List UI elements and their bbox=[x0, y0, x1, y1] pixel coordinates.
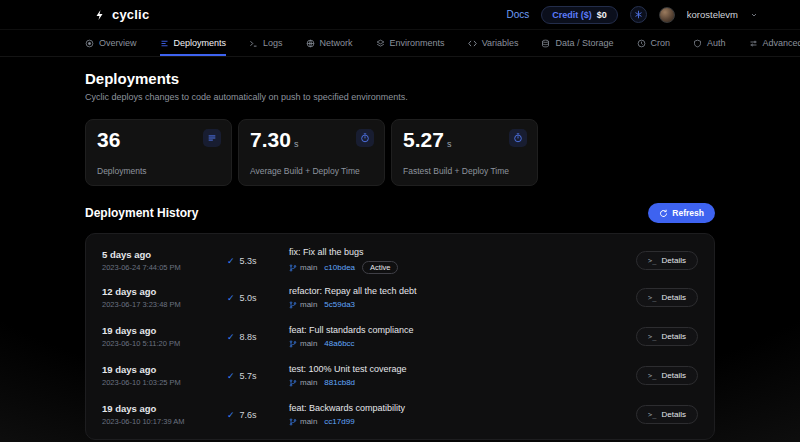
credit-value: $0 bbox=[597, 10, 607, 20]
commit-message: feat: Backwards compatibility bbox=[289, 403, 636, 413]
top-header: cyclic Docs Credit ($) $0 korostelevm bbox=[0, 0, 800, 30]
terminal-icon: >_ bbox=[648, 294, 656, 302]
details-button[interactable]: >_ Details bbox=[636, 251, 698, 270]
git-branch-icon bbox=[289, 340, 297, 348]
main-nav: Overview Deployments Logs Network Enviro… bbox=[0, 30, 800, 57]
nav-item-variables[interactable]: Variables bbox=[468, 30, 519, 56]
deploy-timestamp: 2023-06-17 3:23:48 PM bbox=[102, 300, 227, 309]
deployments-icon bbox=[160, 39, 169, 48]
stat-card-average-time: 7.30s Average Build + Deploy Time bbox=[238, 119, 385, 186]
branch-label: main bbox=[289, 417, 317, 426]
deploy-timestamp: 2023-06-10 10:17:39 AM bbox=[102, 417, 227, 426]
nav-item-overview[interactable]: Overview bbox=[85, 30, 137, 56]
commit-hash-link[interactable]: 881cb8d bbox=[324, 378, 355, 387]
docs-link[interactable]: Docs bbox=[506, 9, 529, 20]
deploy-duration: 5.0s bbox=[240, 293, 257, 303]
commit-message: fix: Fix all the bugs bbox=[289, 247, 636, 257]
details-button[interactable]: >_ Details bbox=[636, 366, 698, 385]
commit-hash-link[interactable]: 48a6bcc bbox=[324, 339, 354, 348]
stat-label: Average Build + Deploy Time bbox=[250, 166, 360, 176]
deployment-history-panel: 5 days ago 2023-06-24 7:44:05 PM ✓ 5.3s … bbox=[85, 233, 715, 440]
git-branch-icon bbox=[289, 264, 297, 272]
nav-item-auth[interactable]: Auth bbox=[693, 30, 726, 56]
deploy-age: 19 days ago bbox=[102, 325, 227, 336]
history-header: Deployment History Refresh bbox=[85, 203, 715, 223]
refresh-icon bbox=[659, 209, 668, 218]
timer-icon bbox=[356, 129, 374, 147]
snowflake-button[interactable] bbox=[630, 6, 647, 23]
nav-item-deployments[interactable]: Deployments bbox=[160, 30, 227, 56]
user-avatar[interactable] bbox=[659, 7, 675, 23]
branch-label: main bbox=[289, 339, 317, 348]
snowflake-icon bbox=[634, 10, 643, 19]
credit-label: Credit ($) bbox=[552, 10, 592, 20]
deploy-age: 19 days ago bbox=[102, 403, 227, 414]
code-brackets-icon bbox=[468, 39, 477, 48]
sliders-icon bbox=[749, 39, 758, 48]
details-button[interactable]: >_ Details bbox=[636, 327, 698, 346]
stat-label: Fastest Build + Deploy Time bbox=[403, 166, 509, 176]
commit-message: test: 100% Unit test coverage bbox=[289, 364, 636, 374]
deployment-row[interactable]: 19 days ago 2023-06-10 5:11:20 PM ✓ 8.8s… bbox=[100, 317, 700, 356]
nav-item-cron[interactable]: Cron bbox=[637, 30, 671, 56]
branch-label: main bbox=[289, 263, 317, 272]
username[interactable]: korostelevm bbox=[687, 9, 738, 20]
timer-icon bbox=[509, 129, 527, 147]
commit-hash-link[interactable]: 5c59da3 bbox=[324, 300, 355, 309]
nav-item-data-storage[interactable]: Data / Storage bbox=[541, 30, 613, 56]
deployment-row[interactable]: 19 days ago 2023-06-10 10:17:39 AM ✓ 7.6… bbox=[100, 395, 700, 434]
logo-text: cyclic bbox=[112, 7, 149, 22]
deployment-row[interactable]: 12 days ago 2023-06-17 3:23:48 PM ✓ 5.0s… bbox=[100, 278, 700, 317]
terminal-icon: >_ bbox=[648, 257, 656, 265]
nav-item-advanced[interactable]: Advanced bbox=[749, 30, 800, 56]
page-subtitle: Cyclic deploys changes to code automatic… bbox=[85, 92, 715, 102]
terminal-icon: >_ bbox=[648, 372, 656, 380]
app-page: cyclic Docs Credit ($) $0 korostelevm Ov… bbox=[0, 0, 800, 442]
refresh-button[interactable]: Refresh bbox=[648, 203, 715, 223]
cyclic-logo[interactable]: cyclic bbox=[94, 7, 149, 22]
stat-card-fastest-time: 5.27s Fastest Build + Deploy Time bbox=[391, 119, 538, 186]
deployment-row[interactable]: 19 days ago 2023-06-10 1:03:25 PM ✓ 5.7s… bbox=[100, 356, 700, 395]
layers-icon bbox=[376, 39, 385, 48]
active-badge: Active bbox=[362, 261, 398, 274]
branch-label: main bbox=[289, 300, 317, 309]
stat-value: 5.27 bbox=[403, 128, 444, 151]
chevron-down-icon[interactable] bbox=[750, 11, 758, 19]
database-icon bbox=[541, 39, 550, 48]
terminal-icon bbox=[249, 39, 258, 48]
main-content: Deployments Cyclic deploys changes to co… bbox=[85, 70, 715, 440]
deploy-duration: 7.6s bbox=[240, 410, 257, 420]
deploy-duration: 5.3s bbox=[240, 256, 257, 266]
terminal-icon: >_ bbox=[648, 411, 656, 419]
commit-message: feat: Full standards compliance bbox=[289, 325, 636, 335]
details-button[interactable]: >_ Details bbox=[636, 405, 698, 424]
check-icon: ✓ bbox=[227, 410, 235, 420]
terminal-icon: >_ bbox=[648, 333, 656, 341]
stat-value: 36 bbox=[97, 128, 120, 151]
deploy-timestamp: 2023-06-10 1:03:25 PM bbox=[102, 378, 227, 387]
check-icon: ✓ bbox=[227, 256, 235, 266]
deploy-age: 5 days ago bbox=[102, 249, 227, 260]
deployment-row[interactable]: 5 days ago 2023-06-24 7:44:05 PM ✓ 5.3s … bbox=[100, 239, 700, 278]
details-button[interactable]: >_ Details bbox=[636, 288, 698, 307]
git-branch-icon bbox=[289, 301, 297, 309]
clock-icon bbox=[637, 39, 646, 48]
deploy-age: 12 days ago bbox=[102, 286, 227, 297]
check-icon: ✓ bbox=[227, 371, 235, 381]
page-title: Deployments bbox=[85, 70, 715, 87]
commit-message: refactor: Repay all the tech debt bbox=[289, 286, 636, 296]
nav-item-environments[interactable]: Environments bbox=[376, 30, 445, 56]
stat-label: Deployments bbox=[97, 166, 147, 176]
bolt-icon bbox=[94, 8, 106, 22]
check-icon: ✓ bbox=[227, 293, 235, 303]
commit-hash-link[interactable]: c10bdea bbox=[324, 263, 355, 272]
nav-item-network[interactable]: Network bbox=[306, 30, 353, 56]
deploy-timestamp: 2023-06-10 5:11:20 PM bbox=[102, 339, 227, 348]
deploy-age: 19 days ago bbox=[102, 364, 227, 375]
branch-label: main bbox=[289, 378, 317, 387]
nav-item-logs[interactable]: Logs bbox=[249, 30, 283, 56]
deploy-duration: 5.7s bbox=[240, 371, 257, 381]
deploy-timestamp: 2023-06-24 7:44:05 PM bbox=[102, 263, 227, 272]
commit-hash-link[interactable]: cc17d99 bbox=[324, 417, 354, 426]
credit-button[interactable]: Credit ($) $0 bbox=[541, 6, 618, 24]
